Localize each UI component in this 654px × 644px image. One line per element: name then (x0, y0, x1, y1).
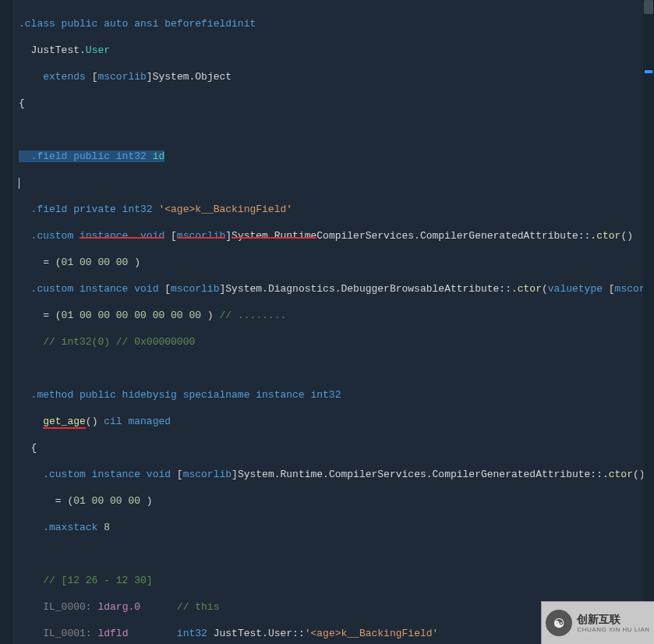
code-line: .custom instance void [mscorlib]System.R… (14, 229, 643, 242)
code-line (14, 176, 643, 189)
code-line: = (01 00 00 00 ) (14, 494, 643, 508)
text-cursor (19, 178, 19, 189)
scrollbar-selection-marker (645, 70, 652, 73)
code-line: get_age() cil managed (14, 415, 643, 428)
code-line (14, 362, 643, 375)
code-line (14, 123, 643, 136)
watermark-icon: ☯ (546, 610, 572, 636)
watermark-logo: ☯ 创新互联 CHUANG XIN HU LIAN (541, 601, 654, 644)
watermark-text-cn: 创新互联 (577, 613, 649, 626)
scrollbar-thumb[interactable] (644, 0, 653, 14)
code-line: .custom instance void [mscorlib]System.R… (14, 468, 643, 481)
code-line: .field private int32 '<age>k__BackingFie… (14, 203, 643, 216)
code-line: .class public auto ansi beforefieldinit (14, 17, 643, 30)
editor-gutter (0, 0, 14, 644)
code-line: .method public hidebysig specialname ins… (14, 388, 643, 402)
code-line: = (01 00 00 00 ) (14, 256, 643, 269)
code-line: // int32(0) // 0x00000000 (14, 335, 643, 349)
code-line: .field public int32 id (14, 150, 643, 163)
code-editor[interactable]: .class public auto ansi beforefieldinit … (14, 4, 643, 644)
code-line: // [12 26 - 12 30] (14, 574, 643, 587)
code-line: { (14, 97, 643, 110)
code-line (14, 547, 643, 561)
code-line: JustTest.User (14, 44, 643, 57)
code-line: { (14, 441, 643, 455)
code-line: .maxstack 8 (14, 521, 643, 534)
code-line: .custom instance void [mscorlib]System.D… (14, 282, 643, 295)
vertical-scrollbar[interactable] (643, 0, 654, 644)
code-line: extends [mscorlib]System.Object (14, 70, 643, 83)
watermark-text-en: CHUANG XIN HU LIAN (577, 626, 649, 634)
code-line: = (01 00 00 00 00 00 00 00 ) // ........ (14, 309, 643, 322)
